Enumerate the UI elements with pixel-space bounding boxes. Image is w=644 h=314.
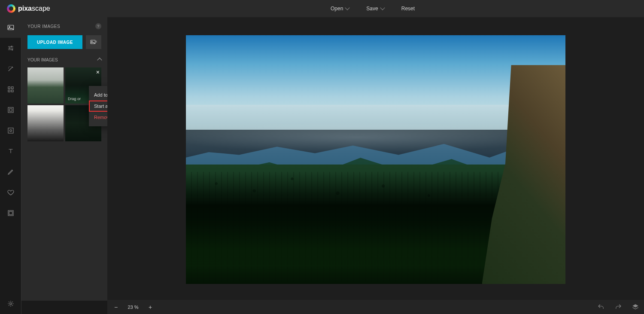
images-tool[interactable] (0, 17, 21, 38)
upload-image-button[interactable]: UPLOAD IMAGE (27, 35, 82, 49)
zoom-in-button[interactable]: + (148, 304, 153, 310)
text-icon (7, 147, 15, 155)
svg-point-17 (92, 41, 93, 42)
app-header: pixascape Open Save Reset (0, 0, 644, 17)
svg-point-4 (12, 49, 12, 50)
svg-rect-7 (8, 90, 10, 92)
canvas-area[interactable] (107, 17, 623, 300)
bottom-bar: − 23 % + (107, 300, 644, 314)
logo-text-bold: pixa (18, 5, 32, 12)
settings-tool[interactable] (0, 293, 21, 314)
save-menu[interactable]: Save (366, 6, 384, 12)
border-tool[interactable] (0, 120, 21, 141)
sliders-icon (7, 44, 15, 52)
svg-point-2 (11, 46, 12, 47)
app-logo: pixascape (7, 4, 50, 13)
canvas-icon (7, 209, 15, 217)
canvas-tool[interactable] (0, 203, 21, 223)
image-icon (7, 24, 15, 31)
svg-rect-8 (11, 90, 13, 92)
layers-icon (632, 303, 639, 311)
right-rail (623, 17, 644, 300)
thumbnail-3[interactable] (27, 105, 64, 141)
pencil-icon (7, 168, 15, 176)
logo-text: pixascape (18, 5, 50, 12)
svg-point-3 (9, 48, 10, 49)
open-label: Open (331, 6, 343, 12)
grid-icon (7, 85, 15, 93)
heart-icon (7, 189, 15, 196)
redo-icon (614, 303, 622, 311)
canvas-image[interactable] (186, 35, 565, 284)
upload-row: UPLOAD IMAGE (27, 35, 101, 49)
overlay-tool[interactable] (0, 100, 21, 120)
save-label: Save (366, 6, 378, 12)
images-panel: YOUR IMAGES ? UPLOAD IMAGE YOUR IMAGES ×… (21, 17, 107, 301)
wand-tool[interactable] (0, 58, 21, 79)
chevron-down-icon (345, 5, 350, 10)
text-tool[interactable] (0, 141, 21, 162)
zoom-value: 23 % (126, 305, 140, 310)
panel-title: YOUR IMAGES (27, 24, 60, 29)
logo-icon (7, 4, 15, 13)
your-images-label: YOUR IMAGES (27, 58, 58, 62)
tool-rail (0, 17, 21, 314)
image-url-icon (90, 38, 97, 46)
svg-point-12 (9, 130, 12, 132)
help-icon[interactable]: ? (95, 23, 101, 29)
svg-rect-11 (8, 128, 13, 133)
logo-text-light: scape (32, 5, 50, 12)
frame-icon (7, 127, 15, 134)
svg-rect-9 (8, 107, 13, 113)
wand-icon (7, 65, 15, 73)
panel-title-row: YOUR IMAGES ? (27, 23, 101, 29)
apps-tool[interactable] (0, 79, 21, 100)
reset-button[interactable]: Reset (401, 6, 415, 12)
open-menu[interactable]: Open (331, 6, 349, 12)
svg-point-1 (9, 26, 10, 27)
header-menu: Open Save Reset (331, 6, 415, 12)
zoom-out-button[interactable]: − (113, 304, 118, 310)
heart-tool[interactable] (0, 182, 21, 203)
svg-rect-5 (8, 87, 10, 89)
adjust-tool[interactable] (0, 38, 21, 58)
thumbnail-1[interactable] (27, 67, 64, 104)
undo-icon (597, 303, 605, 311)
upload-url-button[interactable] (86, 35, 101, 49)
svg-point-15 (9, 303, 12, 305)
layers-button[interactable] (627, 300, 644, 314)
close-icon[interactable]: × (96, 69, 100, 75)
chevron-down-icon (380, 5, 385, 10)
your-images-toggle[interactable]: YOUR IMAGES (27, 58, 101, 62)
overlay-icon (7, 106, 15, 114)
gear-icon (7, 300, 15, 308)
zoom-controls: − 23 % + (107, 304, 153, 310)
svg-rect-10 (9, 109, 12, 111)
svg-rect-6 (11, 87, 13, 89)
undo-button[interactable] (592, 300, 610, 314)
draw-tool[interactable] (0, 162, 21, 182)
redo-button[interactable] (610, 300, 627, 314)
chevron-up-icon (97, 58, 102, 62)
reset-label: Reset (401, 6, 415, 12)
svg-rect-14 (9, 211, 12, 215)
